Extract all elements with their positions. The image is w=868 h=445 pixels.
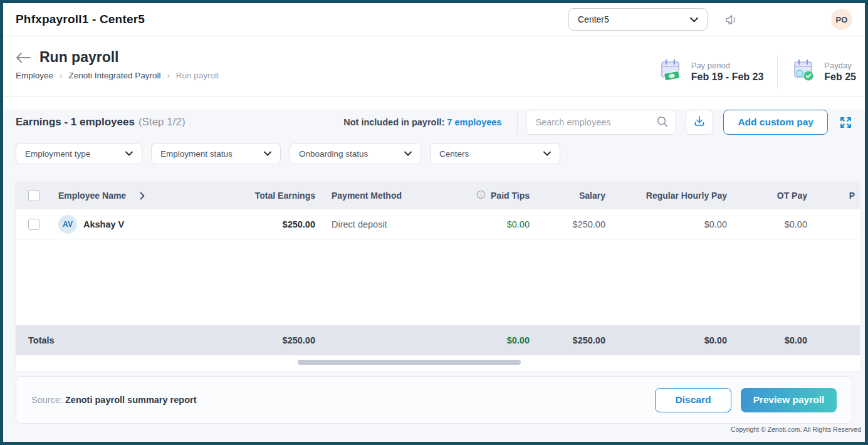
totals-salary: $250.00: [530, 335, 605, 345]
breadcrumb: Employee Zenoti Integrated Payroll Run p…: [16, 71, 219, 80]
search-box: [526, 110, 676, 135]
source-value: Zenoti payroll summary report: [65, 395, 197, 405]
copyright-text: Copyright © Zenoti.com. All Rights Reser…: [16, 426, 861, 433]
not-included-text: Not included in payroll: 7 employees: [343, 117, 501, 127]
add-custom-pay-button[interactable]: Add custom pay: [723, 110, 828, 135]
breadcrumb-zenoti-integrated-payroll[interactable]: Zenoti Integrated Payroll: [68, 71, 160, 80]
chevron-right-icon[interactable]: [140, 192, 145, 200]
column-regular-hourly-pay: Regular Hourly Pay: [605, 191, 727, 201]
table-empty-space: [16, 239, 860, 325]
topbar-right: Center5 PO: [568, 8, 852, 31]
window-title: Phfxpayroll1 - Center5: [16, 13, 145, 26]
cell-ot-pay: $0.00: [727, 219, 807, 229]
app-window: Phfxpayroll1 - Center5 Center5 PO: [0, 0, 868, 445]
footer-actions: Discard Preview payroll: [655, 388, 837, 412]
cell-salary: $250.00: [530, 219, 605, 229]
filter-onboarding-status[interactable]: Onboarding status: [290, 143, 421, 164]
info-icon[interactable]: [476, 190, 486, 201]
filter-label: Onboarding status: [299, 149, 368, 159]
column-payment-method: Payment Method: [315, 191, 456, 201]
pay-period-value: Feb 19 - Feb 23: [691, 71, 764, 83]
filter-label: Employment type: [25, 149, 90, 159]
earnings-toolbar: Earnings - 1 employees(Step 1/2) Not inc…: [16, 109, 852, 135]
column-truncated: P: [807, 191, 860, 201]
column-total-earnings: Total Earnings: [189, 191, 315, 201]
discard-button[interactable]: Discard: [655, 388, 731, 412]
page-header-left: Run payroll Employee Zenoti Integrated P…: [16, 44, 219, 96]
source-text: Source:Zenoti payroll summary report: [31, 395, 196, 405]
payday-block: Payday Feb 25: [792, 59, 856, 85]
payday-value: Feb 25: [824, 71, 856, 83]
page-header: Run payroll Employee Zenoti Integrated P…: [3, 36, 865, 97]
totals-total-earnings: $250.00: [189, 335, 315, 345]
search-input[interactable]: [535, 117, 656, 127]
topbar: Phfxpayroll1 - Center5 Center5 PO: [3, 3, 865, 36]
download-icon: [693, 115, 706, 130]
chevron-down-icon: [690, 17, 698, 23]
table-row[interactable]: AV Akshay V $250.00 Direct deposit $0.00…: [16, 209, 860, 239]
earnings-table: Employee Name Total Earnings Payment Met…: [16, 182, 860, 371]
filter-centers[interactable]: Centers: [430, 143, 560, 164]
source-label: Source:: [31, 395, 63, 405]
breadcrumb-separator: [167, 71, 169, 80]
employee-avatar: AV: [58, 215, 77, 234]
totals-row: Totals $250.00 $0.00 $250.00 $0.00 $0.00: [16, 325, 860, 355]
earnings-step-title: Earnings - 1 employees(Step 1/2): [16, 116, 186, 128]
preview-payroll-button[interactable]: Preview payroll: [741, 388, 837, 412]
not-included-label: Not included in payroll:: [343, 117, 444, 127]
step-indicator: (Step 1/2): [139, 116, 186, 128]
page-title: Run payroll: [39, 49, 119, 66]
main-content: Earnings - 1 employees(Step 1/2) Not inc…: [3, 109, 865, 445]
announcements-icon[interactable]: [724, 13, 738, 27]
download-button[interactable]: [686, 110, 713, 135]
filter-label: Employment status: [160, 149, 233, 159]
pay-period-calendar-icon: [659, 59, 684, 85]
pay-dates: Pay period Feb 19 - Feb 23: [659, 44, 856, 96]
back-arrow-icon[interactable]: [16, 52, 31, 63]
select-all-checkbox[interactable]: [28, 190, 39, 201]
breadcrumb-employee[interactable]: Employee: [16, 71, 53, 80]
row-checkbox[interactable]: [28, 219, 39, 230]
pay-period-block: Pay period Feb 19 - Feb 23: [659, 59, 764, 85]
cell-regular-hourly-pay: $0.00: [605, 219, 727, 229]
payday-calendar-icon: [792, 59, 817, 85]
center-select-value: Center5: [578, 14, 609, 24]
search-icon[interactable]: [656, 115, 668, 130]
employee-name[interactable]: Akshay V: [83, 219, 124, 229]
totals-paid-tips: $0.00: [456, 335, 530, 345]
filter-employment-type[interactable]: Employment type: [16, 143, 142, 164]
table-header-row: Employee Name Total Earnings Payment Met…: [16, 182, 860, 209]
payday-label: Payday: [824, 61, 856, 70]
divider: [777, 56, 778, 88]
expand-fullscreen-icon[interactable]: [839, 116, 852, 129]
not-included-employees-link[interactable]: 7 employees: [447, 117, 501, 127]
footer-bar: Source:Zenoti payroll summary report Dis…: [16, 376, 852, 424]
horizontal-scrollbar: [16, 355, 860, 371]
divider: [517, 111, 518, 134]
filter-label: Centers: [439, 149, 469, 159]
filter-employment-status[interactable]: Employment status: [151, 143, 281, 164]
totals-label: Totals: [16, 335, 189, 345]
cell-payment-method: Direct deposit: [315, 219, 456, 229]
center-select-dropdown[interactable]: Center5: [568, 8, 708, 31]
breadcrumb-run-payroll: Run payroll: [176, 71, 219, 80]
chevron-down-icon: [543, 151, 551, 156]
toolbar-right: Not included in payroll: 7 employees: [343, 110, 852, 135]
earnings-title-text: Earnings - 1 employees: [16, 116, 135, 128]
user-avatar[interactable]: PO: [831, 9, 852, 30]
chevron-down-icon: [125, 151, 133, 156]
cell-paid-tips: $0.00: [456, 219, 530, 229]
column-ot-pay: OT Pay: [727, 191, 807, 201]
totals-ot-pay: $0.00: [727, 335, 807, 345]
scrollbar-thumb[interactable]: [298, 360, 521, 365]
chevron-down-icon: [264, 151, 271, 156]
totals-regular-hourly-pay: $0.00: [605, 335, 727, 345]
breadcrumb-separator: [60, 71, 62, 80]
filters-row: Employment type Employment status Onboar…: [16, 143, 852, 164]
pay-period-label: Pay period: [691, 61, 764, 70]
column-salary: Salary: [530, 191, 605, 201]
chevron-down-icon: [404, 151, 412, 156]
column-paid-tips: Paid Tips: [491, 191, 530, 201]
cell-total-earnings: $250.00: [189, 219, 315, 229]
column-employee-name: Employee Name: [58, 191, 126, 201]
